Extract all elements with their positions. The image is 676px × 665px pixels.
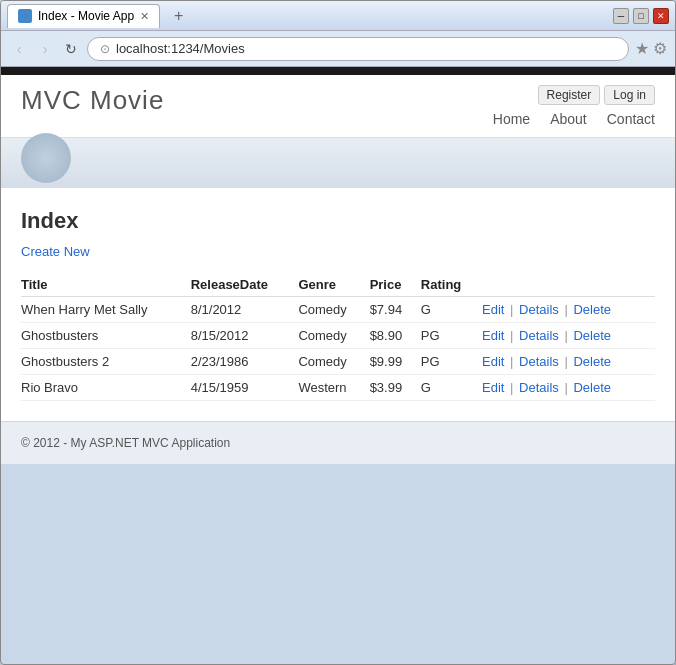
table-row: Rio Bravo 4/15/1959 Western $3.99 G Edit…	[21, 375, 655, 401]
site-logo: MVC Movie	[21, 85, 164, 116]
register-button[interactable]: Register	[538, 85, 601, 105]
new-tab-button[interactable]: +	[166, 3, 191, 29]
delete-link[interactable]: Delete	[573, 380, 611, 395]
cell-genre: Comedy	[298, 323, 369, 349]
refresh-button[interactable]: ↻	[61, 39, 81, 59]
cell-actions: Edit | Details | Delete	[482, 349, 655, 375]
url-actions: ★ ⚙	[635, 39, 667, 58]
header-actions: Register Log in	[538, 85, 655, 105]
edit-link[interactable]: Edit	[482, 380, 504, 395]
details-link[interactable]: Details	[519, 380, 559, 395]
details-link[interactable]: Details	[519, 328, 559, 343]
minimize-button[interactable]: ─	[613, 8, 629, 24]
col-release-date: ReleaseDate	[191, 273, 299, 297]
login-button[interactable]: Log in	[604, 85, 655, 105]
col-actions	[482, 273, 655, 297]
col-genre: Genre	[298, 273, 369, 297]
sep2: |	[564, 354, 567, 369]
col-rating: Rating	[421, 273, 482, 297]
edit-link[interactable]: Edit	[482, 328, 504, 343]
details-link[interactable]: Details	[519, 354, 559, 369]
table-row: When Harry Met Sally 8/1/2012 Comedy $7.…	[21, 297, 655, 323]
site-nav: Home About Contact	[493, 111, 655, 127]
cell-title: Ghostbusters	[21, 323, 191, 349]
table-header: Title ReleaseDate Genre Price Rating	[21, 273, 655, 297]
browser-body: MVC Movie Register Log in Home About Con…	[1, 75, 675, 464]
bookmark-icon[interactable]: ★	[635, 39, 649, 58]
back-button[interactable]: ‹	[9, 39, 29, 59]
cell-price: $3.99	[370, 375, 421, 401]
secure-icon: ⊙	[100, 42, 110, 56]
cell-actions: Edit | Details | Delete	[482, 297, 655, 323]
create-new-link[interactable]: Create New	[21, 244, 655, 259]
table-row: Ghostbusters 2 2/23/1986 Comedy $9.99 PG…	[21, 349, 655, 375]
browser-window: Index - Movie App ✕ + ─ □ ✕ ‹ › ↻ ⊙ loca…	[0, 0, 676, 665]
cell-release-date: 4/15/1959	[191, 375, 299, 401]
sep2: |	[564, 302, 567, 317]
tabs-area: Index - Movie App ✕ +	[7, 3, 191, 29]
browser-nav-bar	[1, 67, 675, 75]
table-row: Ghostbusters 8/15/2012 Comedy $8.90 PG E…	[21, 323, 655, 349]
cell-rating: PG	[421, 323, 482, 349]
edit-link[interactable]: Edit	[482, 354, 504, 369]
cell-genre: Comedy	[298, 349, 369, 375]
cell-price: $7.94	[370, 297, 421, 323]
nav-home[interactable]: Home	[493, 111, 530, 127]
site-footer: © 2012 - My ASP.NET MVC Application	[1, 421, 675, 464]
cell-release-date: 8/1/2012	[191, 297, 299, 323]
browser-tab[interactable]: Index - Movie App ✕	[7, 4, 160, 28]
nav-contact[interactable]: Contact	[607, 111, 655, 127]
cell-release-date: 2/23/1986	[191, 349, 299, 375]
title-bar: Index - Movie App ✕ + ─ □ ✕	[1, 1, 675, 31]
tab-title: Index - Movie App	[38, 9, 134, 23]
tools-icon[interactable]: ⚙	[653, 39, 667, 58]
delete-link[interactable]: Delete	[573, 302, 611, 317]
hero-area	[1, 138, 675, 188]
sep1: |	[510, 302, 513, 317]
cell-title: Ghostbusters 2	[21, 349, 191, 375]
url-text: localhost:1234/Movies	[116, 41, 245, 56]
cell-rating: G	[421, 297, 482, 323]
tab-favicon	[18, 9, 32, 23]
cell-release-date: 8/15/2012	[191, 323, 299, 349]
footer-copyright: © 2012 - My ASP.NET MVC Application	[21, 436, 230, 450]
col-title: Title	[21, 273, 191, 297]
sep1: |	[510, 380, 513, 395]
sep1: |	[510, 328, 513, 343]
main-content: Index Create New Title ReleaseDate Genre…	[1, 188, 675, 421]
header-right: Register Log in Home About Contact	[493, 85, 655, 127]
cell-actions: Edit | Details | Delete	[482, 323, 655, 349]
forward-button[interactable]: ›	[35, 39, 55, 59]
movies-table: Title ReleaseDate Genre Price Rating Whe…	[21, 273, 655, 401]
table-header-row: Title ReleaseDate Genre Price Rating	[21, 273, 655, 297]
window-controls: ─ □ ✕	[613, 8, 669, 24]
table-body: When Harry Met Sally 8/1/2012 Comedy $7.…	[21, 297, 655, 401]
url-bar[interactable]: ⊙ localhost:1234/Movies	[87, 37, 629, 61]
details-link[interactable]: Details	[519, 302, 559, 317]
cell-actions: Edit | Details | Delete	[482, 375, 655, 401]
maximize-button[interactable]: □	[633, 8, 649, 24]
cell-genre: Western	[298, 375, 369, 401]
tab-close-icon[interactable]: ✕	[140, 10, 149, 23]
delete-link[interactable]: Delete	[573, 328, 611, 343]
sep2: |	[564, 328, 567, 343]
hero-image	[21, 133, 71, 183]
page-title: Index	[21, 208, 655, 234]
edit-link[interactable]: Edit	[482, 302, 504, 317]
cell-title: When Harry Met Sally	[21, 297, 191, 323]
site-header: MVC Movie Register Log in Home About Con…	[1, 75, 675, 138]
cell-genre: Comedy	[298, 297, 369, 323]
address-bar: ‹ › ↻ ⊙ localhost:1234/Movies ★ ⚙	[1, 31, 675, 67]
delete-link[interactable]: Delete	[573, 354, 611, 369]
sep1: |	[510, 354, 513, 369]
cell-price: $8.90	[370, 323, 421, 349]
nav-about[interactable]: About	[550, 111, 587, 127]
close-button[interactable]: ✕	[653, 8, 669, 24]
cell-title: Rio Bravo	[21, 375, 191, 401]
cell-rating: PG	[421, 349, 482, 375]
cell-price: $9.99	[370, 349, 421, 375]
sep2: |	[564, 380, 567, 395]
cell-rating: G	[421, 375, 482, 401]
col-price: Price	[370, 273, 421, 297]
